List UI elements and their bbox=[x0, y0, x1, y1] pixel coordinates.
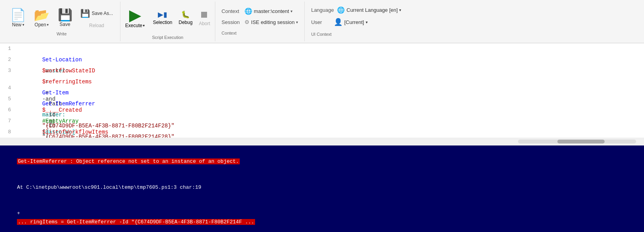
scrollbar-track[interactable] bbox=[518, 140, 636, 144]
write-buttons-row: 📄 New ▾ 📂 Open ▾ 💾 Save bbox=[8, 7, 115, 29]
execute-label: Execute ▾ bbox=[125, 23, 145, 28]
line-num-3: 3 bbox=[0, 65, 16, 76]
context-group-label: Context bbox=[222, 31, 298, 35]
code-line-7: 7 $listofWorkflowItems = @() bbox=[0, 116, 644, 127]
code-line-4: 4 -and $_.__Created -gt [datetime] ::Now… bbox=[0, 83, 644, 94]
line-num-6: 6 bbox=[0, 105, 16, 116]
save-label: Save bbox=[59, 22, 70, 27]
user-icon: 👤 bbox=[334, 18, 342, 26]
error-text-2: At C:\inetpub\wwwroot\sc901.local\temp\t… bbox=[17, 184, 201, 190]
console-output: Get-ItemReferrer : Object reference not … bbox=[0, 145, 644, 232]
new-icon: 📄 bbox=[10, 9, 26, 21]
code-line-5: 5 bbox=[0, 94, 644, 105]
session-row: Session ⚙ ISE editing session ▾ bbox=[222, 19, 298, 25]
debug-button[interactable]: 🐛 Debug bbox=[179, 10, 192, 25]
language-globe-icon: 🌐 bbox=[337, 6, 345, 14]
code-lines: 1 Set-Location master: 2 $workflowStateI… bbox=[0, 43, 644, 138]
debug-icon: 🐛 bbox=[181, 10, 190, 19]
scrollbar-thumb[interactable] bbox=[557, 140, 605, 144]
write-group-label: Write bbox=[57, 31, 67, 36]
new-label: New ▾ bbox=[12, 22, 24, 28]
horizontal-scrollbar[interactable] bbox=[0, 138, 644, 145]
selection-label: Selection bbox=[153, 20, 172, 25]
session-value: ISE editing session bbox=[251, 19, 295, 25]
line-num-5: 5 bbox=[0, 94, 16, 105]
code-editor[interactable]: 1 Set-Location master: 2 $workflowStateI… bbox=[0, 43, 644, 145]
user-label: User bbox=[311, 19, 331, 25]
session-arrow: ▾ bbox=[296, 20, 298, 24]
line-num-7: 7 bbox=[0, 116, 16, 127]
open-button[interactable]: 📂 Open ▾ bbox=[31, 7, 52, 29]
line-num-4: 4 bbox=[0, 83, 16, 94]
session-value-btn[interactable]: ⚙ ISE editing session ▾ bbox=[244, 19, 298, 25]
plus-prefix-1: + bbox=[17, 210, 23, 216]
toolbar: 📄 New ▾ 📂 Open ▾ 💾 Save bbox=[0, 0, 644, 43]
language-label: Language bbox=[311, 7, 334, 13]
code-line-2: 2 $workflowStateID = Get-Item -Path mast… bbox=[0, 54, 644, 65]
language-row: Language 🌐 Current Language [en] ▾ bbox=[311, 6, 401, 14]
execute-button[interactable]: ▶ Execute ▾ bbox=[125, 7, 145, 28]
globe-icon: 🌐 bbox=[244, 7, 252, 15]
new-button[interactable]: 📄 New ▾ bbox=[8, 7, 28, 29]
debug-label: Debug bbox=[179, 20, 192, 25]
execute-arrow: ▾ bbox=[143, 24, 145, 28]
language-arrow: ▾ bbox=[399, 8, 401, 12]
open-label: Open ▾ bbox=[35, 22, 49, 28]
code-line-1: 1 Set-Location master: bbox=[0, 43, 644, 54]
language-value: Current Language [en] bbox=[346, 7, 398, 13]
open-icon: 📂 bbox=[34, 9, 50, 21]
write-group: 📄 New ▾ 📂 Open ▾ 💾 Save bbox=[3, 2, 120, 41]
context-value: master:\content bbox=[254, 8, 289, 14]
code-line-6: 6 #EmptyArray bbox=[0, 105, 644, 116]
reload-button[interactable]: Reload bbox=[78, 22, 115, 29]
error-text-3: ... ringItems = Get-ItemReferrer -Id "{C… bbox=[17, 219, 255, 225]
ui-context-group: Language 🌐 Current Language [en] ▾ User … bbox=[305, 2, 407, 41]
line-num-8: 8 bbox=[0, 127, 16, 138]
code-line-8: 8 bbox=[0, 127, 644, 138]
user-arrow: ▾ bbox=[366, 20, 368, 24]
session-text-label: Session bbox=[222, 19, 241, 25]
saveas-button[interactable]: 💾 Save As... bbox=[78, 7, 115, 20]
abort-icon: ⏹ bbox=[200, 9, 209, 20]
script-execution-group: ▶ Execute ▾ ▶▮ Selection 🐛 Debug ⏹ bbox=[120, 2, 215, 41]
context-text-label: Context bbox=[222, 8, 241, 14]
selection-debug-group: ▶▮ Selection 🐛 Debug ⏹ Abort bbox=[153, 9, 210, 26]
saveas-icon: 💾 bbox=[80, 9, 90, 18]
language-value-btn[interactable]: 🌐 Current Language [en] ▾ bbox=[337, 6, 401, 14]
abort-label: Abort bbox=[199, 21, 210, 26]
current-value: [Current] bbox=[344, 19, 364, 25]
abort-button[interactable]: ⏹ Abort bbox=[199, 9, 210, 26]
save-icon: 💾 bbox=[58, 9, 72, 21]
selection-button[interactable]: ▶▮ Selection bbox=[153, 10, 172, 25]
line-num-2: 2 bbox=[0, 54, 16, 65]
code-line-3: 3 $referringItems = Get-ItemReferrer -Id… bbox=[0, 65, 644, 83]
error-text-1: Get-ItemReferrer : Object reference not … bbox=[17, 158, 240, 164]
gear-icon: ⚙ bbox=[244, 19, 250, 25]
reload-label: Reload bbox=[89, 23, 104, 28]
user-value-btn[interactable]: 👤 [Current] ▾ bbox=[334, 18, 368, 26]
saveas-reload-group: 💾 Save As... Reload bbox=[78, 7, 115, 29]
context-value-btn[interactable]: 🌐 master:\content ▾ bbox=[244, 7, 293, 15]
saveas-label: Save As... bbox=[92, 11, 113, 16]
execution-buttons: ▶ Execute ▾ ▶▮ Selection 🐛 Debug ⏹ bbox=[125, 3, 210, 32]
context-arrow: ▾ bbox=[291, 9, 292, 13]
line-num-1: 1 bbox=[0, 43, 16, 54]
context-group: Context 🌐 master:\content ▾ Session ⚙ IS… bbox=[215, 2, 305, 41]
context-row: Context 🌐 master:\content ▾ bbox=[222, 7, 298, 15]
console-line-3: + ... ringItems = Get-ItemReferrer -Id "… bbox=[5, 201, 639, 232]
save-button[interactable]: 💾 Save bbox=[55, 7, 75, 29]
execute-play-icon: ▶ bbox=[129, 7, 141, 23]
open-arrow: ▾ bbox=[47, 23, 49, 27]
script-execution-label: Script Execution bbox=[152, 35, 183, 40]
selection-icon: ▶▮ bbox=[158, 10, 167, 19]
ui-context-group-label: UI Context bbox=[311, 32, 401, 37]
user-row: User 👤 [Current] ▾ bbox=[311, 18, 401, 26]
console-line-1: Get-ItemReferrer : Object reference not … bbox=[5, 149, 639, 175]
console-line-2: At C:\inetpub\wwwroot\sc901.local\temp\t… bbox=[5, 175, 639, 201]
new-arrow: ▾ bbox=[22, 23, 24, 27]
